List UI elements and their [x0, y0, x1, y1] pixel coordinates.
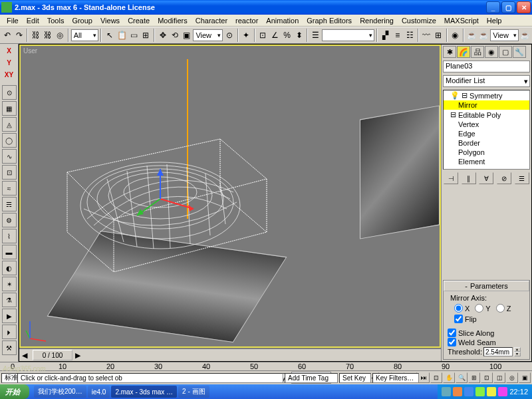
rollout-header-parameters[interactable]: -Parameters [444, 281, 529, 291]
menu-animation[interactable]: Animation [262, 15, 303, 26]
task-item-2[interactable]: ie4.0 [88, 386, 110, 398]
remove-modifier-button[interactable]: ⊘ [497, 172, 511, 184]
reactor-toy-button[interactable]: ◐ [2, 261, 17, 275]
object-name-field[interactable]: Plane03 [443, 61, 530, 72]
unlink-button[interactable]: ⛓̷ [42, 29, 53, 42]
named-selection-field[interactable] [322, 29, 374, 41]
menu-views[interactable]: Views [96, 15, 124, 26]
reactor-spring-button[interactable]: ⌇ [2, 229, 17, 243]
tab-hierarchy[interactable]: 品 [471, 46, 484, 58]
mirror-button[interactable]: ▞ [380, 29, 391, 42]
redo-button[interactable]: ↷ [13, 29, 25, 42]
pan-view-button[interactable]: ✋ [443, 372, 455, 383]
quick-render-button[interactable]: ☕ [478, 29, 489, 42]
threshold-spinner[interactable]: 2.54mm [483, 347, 513, 356]
menu-create[interactable]: Create [124, 15, 154, 26]
fov-button[interactable]: ◫ [493, 372, 505, 383]
render-combo[interactable]: View [490, 29, 519, 41]
menu-character[interactable]: Character [192, 15, 231, 26]
stack-symmetry[interactable]: 💡 ⊟Symmetry [444, 90, 529, 100]
set-key-button[interactable]: Set Key [339, 373, 371, 383]
reactor-motor-button[interactable]: ⚙ [2, 213, 17, 227]
task-item-1[interactable]: 我们学校200… [34, 386, 86, 398]
show-end-result-button[interactable]: ∥ [462, 172, 476, 184]
tray-icon[interactable] [498, 387, 507, 396]
stack-polygon[interactable]: Polygon [444, 148, 529, 157]
menu-tools[interactable]: Tools [43, 15, 68, 26]
window-crossing-button[interactable]: ⊞ [140, 29, 152, 42]
menu-customize[interactable]: Customize [398, 15, 440, 26]
time-slider[interactable]: ◀ 0 / 100 ▶ [19, 349, 441, 361]
reactor-fracture-button[interactable]: ✶ [2, 277, 17, 291]
stack-editable-poly[interactable]: ⊟Editable Poly [444, 110, 529, 120]
render-scene-button[interactable]: ☕ [466, 29, 477, 42]
axis-x-label[interactable]: X [2, 45, 17, 56]
stack-element[interactable]: Element [444, 157, 529, 166]
align-button[interactable]: ≡ [392, 29, 403, 42]
move-button[interactable]: ✥ [157, 29, 168, 42]
center-button[interactable]: ⊙ [223, 29, 235, 42]
zoom-button[interactable]: 🔍 [456, 372, 467, 383]
reactor-preview-button[interactable]: ▶ [2, 309, 17, 323]
named-selection-combo[interactable]: ☰ [310, 29, 321, 42]
reactor-wind-button[interactable]: ☴ [2, 197, 17, 211]
stack-edge[interactable]: Edge [444, 129, 529, 138]
threshold-spin-down[interactable]: ▾ [514, 352, 521, 356]
selection-filter-combo[interactable]: All [71, 29, 99, 41]
menu-reactor[interactable]: reactor [231, 15, 262, 26]
pin-stack-button[interactable]: ⊣ [444, 172, 458, 184]
arc-rotate-button[interactable]: ◎ [506, 372, 518, 383]
reactor-cloth-button[interactable]: ◬ [2, 117, 17, 132]
undo-button[interactable]: ↶ [1, 29, 13, 42]
stack-vertex[interactable]: Vertex [444, 120, 529, 129]
tab-modify[interactable]: 🌈 [457, 46, 470, 58]
curve-editor-button[interactable]: 〰 [421, 29, 432, 42]
menu-group[interactable]: Group [68, 15, 96, 26]
maximize-button[interactable]: ▢ [501, 1, 515, 13]
add-time-tag-button[interactable]: Add Time Tag [285, 373, 338, 383]
menu-maxscript[interactable]: MAXScript [440, 15, 483, 26]
modifier-stack[interactable]: 💡 ⊟Symmetry Mirror ⊟Editable Poly Vertex… [443, 90, 530, 170]
zoom-all-button[interactable]: ⊞ [468, 372, 480, 383]
time-config-button[interactable]: ⊡ [430, 372, 442, 383]
reactor-play-button[interactable]: ⏵ [2, 325, 17, 339]
snap-toggle[interactable]: ⊡ [257, 29, 269, 42]
reactor-rope-button[interactable]: ∿ [2, 149, 17, 164]
tab-display[interactable]: ▢ [499, 46, 512, 58]
task-item-3[interactable]: 2.max - 3ds max … [111, 386, 177, 398]
reactor-plane-button[interactable]: ▬ [2, 245, 17, 259]
reactor-deform-button[interactable]: ⊡ [2, 165, 17, 180]
reactor-utility-button[interactable]: ⚒ [2, 340, 17, 355]
maximize-viewport-button[interactable]: ▣ [519, 372, 531, 383]
axis-z-radio[interactable]: Z [496, 304, 511, 313]
tab-create[interactable]: ✱ [443, 46, 456, 58]
reactor-soft-button[interactable]: ◯ [2, 133, 17, 148]
angle-snap-toggle[interactable]: ∠ [269, 29, 281, 42]
tab-utilities[interactable]: 🔧 [513, 46, 526, 58]
system-tray[interactable]: 22:12 [438, 384, 532, 399]
menu-help[interactable]: Help [483, 15, 506, 26]
reactor-water-button[interactable]: ≈ [2, 181, 17, 196]
timeline-ruler[interactable]: 0 10 20 30 40 50 60 70 80 90 100 [0, 362, 532, 371]
tray-icon[interactable] [442, 387, 451, 396]
material-editor-button[interactable]: ◉ [450, 29, 461, 42]
configure-sets-button[interactable]: ☰ [515, 172, 529, 184]
flip-checkbox[interactable]: Flip [454, 315, 525, 323]
tray-icon[interactable] [475, 387, 485, 396]
reactor-analyze-button[interactable]: ⚗ [2, 293, 17, 307]
stack-border[interactable]: Border [444, 138, 529, 148]
menu-edit[interactable]: Edit [23, 15, 43, 26]
threshold-spin-up[interactable]: ▴ [514, 347, 521, 352]
reactor-rigid-button[interactable]: ▦ [2, 101, 17, 116]
reactor-create-button[interactable]: ⊙ [2, 85, 17, 100]
time-slider-thumb[interactable]: 0 / 100 [33, 350, 72, 360]
weld-seam-checkbox[interactable]: Weld Seam [448, 338, 525, 346]
select-region-button[interactable]: ▭ [128, 29, 140, 42]
select-button[interactable]: ↖ [104, 29, 115, 42]
menu-rendering[interactable]: Rendering [356, 15, 398, 26]
spinner-snap-toggle[interactable]: ⬍ [293, 29, 305, 42]
percent-snap-toggle[interactable]: % [281, 29, 293, 42]
make-unique-button[interactable]: ∀ [479, 172, 493, 184]
rotate-button[interactable]: ⟲ [169, 29, 180, 42]
close-button[interactable]: ✕ [517, 1, 531, 13]
